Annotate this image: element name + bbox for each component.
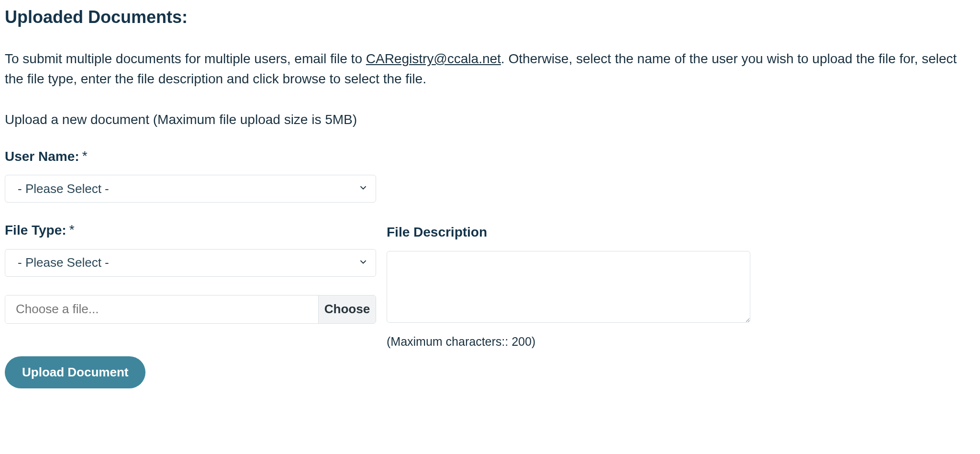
file-type-select[interactable]: - Please Select - (5, 249, 376, 277)
intro-text-before: To submit multiple documents for multipl… (5, 51, 366, 66)
upload-hint: Upload a new document (Maximum file uplo… (5, 110, 975, 130)
file-picker-row: Choose (5, 295, 376, 324)
file-type-select-value: - Please Select - (18, 254, 109, 272)
file-type-label: File Type: * (5, 221, 376, 240)
choose-file-button[interactable]: Choose (318, 295, 376, 323)
page-title: Uploaded Documents: (5, 5, 975, 30)
required-mark: * (69, 220, 75, 240)
file-path-display (5, 295, 318, 323)
chevron-down-icon (358, 180, 368, 198)
user-name-select[interactable]: - Please Select - (5, 175, 376, 203)
required-mark: * (82, 147, 88, 166)
file-description-label-text: File Description (387, 223, 487, 242)
user-name-label-text: User Name: (5, 147, 79, 167)
email-link[interactable]: CARegistry@ccala.net (366, 51, 501, 66)
chevron-down-icon (358, 254, 368, 272)
upload-document-button[interactable]: Upload Document (5, 356, 145, 388)
user-name-label: User Name: * (5, 147, 975, 167)
user-name-select-value: - Please Select - (18, 180, 109, 198)
file-description-textarea[interactable] (387, 251, 750, 323)
max-characters-hint: (Maximum characters:: 200) (387, 333, 750, 350)
file-type-label-text: File Type: (5, 221, 67, 240)
file-description-label: File Description (387, 223, 750, 242)
intro-paragraph: To submit multiple documents for multipl… (5, 49, 962, 89)
